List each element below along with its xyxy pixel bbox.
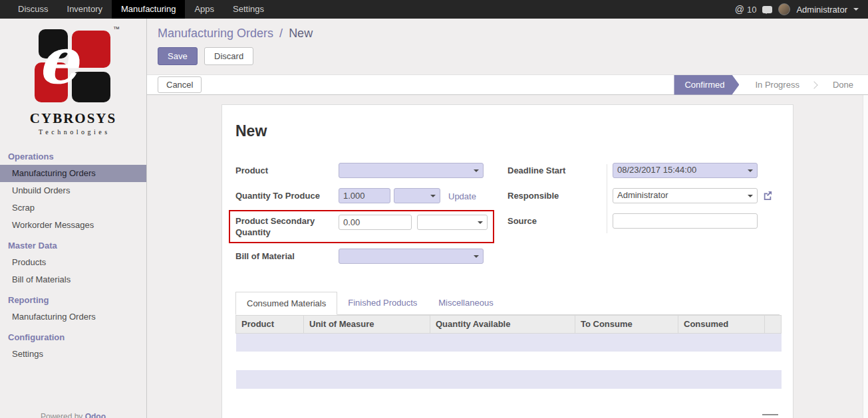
field-responsible-row: Responsible Administrator (507, 188, 780, 203)
save-button[interactable]: Save (158, 47, 198, 65)
mention-count: 10 (747, 5, 756, 15)
form-column-right: Deadline Start 08/23/2017 15:44:00 Respo… (507, 163, 780, 274)
avatar (778, 3, 790, 15)
chevron-down-icon (853, 8, 859, 13)
statusbar: Cancel Confirmed In Progress Done (147, 74, 868, 95)
responsible-dropdown[interactable]: Administrator (613, 188, 758, 203)
source-input[interactable] (613, 213, 758, 229)
sidebar-section-master-data: Master Data (0, 234, 146, 254)
uom-dropdown[interactable] (394, 188, 440, 203)
form-fields: Product Quantity To Produce Update Produ… (235, 163, 780, 274)
external-link-icon[interactable] (763, 191, 772, 203)
column-header-unit-of-measure[interactable]: Unit of Measure (304, 315, 430, 333)
record-title: New (235, 122, 780, 140)
app-menu: Discuss Inventory Manufacturing Apps Set… (0, 0, 273, 19)
field-product-row: Product (235, 163, 507, 178)
powered-by: Powered by Odoo (0, 412, 146, 418)
secondary-uom-dropdown[interactable] (417, 215, 488, 230)
breadcrumb-parent[interactable]: Manufacturing Orders (158, 27, 273, 40)
secondary-quantity-highlight: Product Secondary Quantity (229, 210, 494, 243)
deadline-dropdown[interactable]: 08/23/2017 15:44:00 (613, 163, 758, 178)
quantity-input[interactable] (339, 188, 390, 203)
sidebar-item-workorder-messages[interactable]: Workorder Messages (0, 217, 146, 234)
field-bom-row: Bill of Material (235, 249, 507, 264)
company-logo-mark: e ™ (35, 29, 112, 105)
status-step-in-progress[interactable]: In Progress (746, 75, 808, 95)
table-row (236, 352, 782, 370)
odoo-link[interactable]: Odoo (85, 412, 106, 418)
column-header-consumed[interactable]: Consumed (678, 315, 765, 333)
field-deadline-row: Deadline Start 08/23/2017 15:44:00 (507, 163, 780, 178)
responsible-label: Responsible (507, 188, 613, 202)
brand-tagline: T e c h n o l o g i e s (0, 128, 146, 136)
menu-apps[interactable]: Apps (185, 0, 223, 19)
menu-manufacturing[interactable]: Manufacturing (112, 0, 185, 19)
topbar-right: @ 10 Administrator (735, 0, 868, 19)
status-step-done[interactable]: Done (823, 75, 868, 95)
table-footer-line (762, 414, 778, 415)
scrollbar[interactable] (863, 95, 868, 418)
breadcrumb: Manufacturing Orders / New (158, 27, 868, 41)
product-dropdown[interactable] (339, 163, 484, 178)
cancel-button[interactable]: Cancel (158, 76, 202, 93)
sidebar-item-unbuild-orders[interactable]: Unbuild Orders (0, 182, 146, 199)
table-row (236, 333, 782, 352)
tab-miscellaneous[interactable]: Miscellaneous (428, 292, 504, 315)
logo-e-glyph: e (37, 21, 78, 101)
sidebar-item-settings[interactable]: Settings (0, 346, 146, 363)
tab-finished-products[interactable]: Finished Products (337, 292, 428, 315)
sidebar-section-reporting: Reporting (0, 288, 146, 308)
quantity-label: Quantity To Produce (235, 188, 339, 202)
field-quantity-row: Quantity To Produce Update (235, 188, 507, 205)
bom-dropdown[interactable] (339, 249, 484, 264)
menu-inventory[interactable]: Inventory (58, 0, 112, 19)
sidebar-item-manufacturing-orders[interactable]: Manufacturing Orders (0, 165, 146, 182)
top-navbar: Discuss Inventory Manufacturing Apps Set… (0, 0, 868, 19)
at-icon: @ (735, 4, 744, 15)
sidebar-section-configuration: Configuration (0, 326, 146, 346)
control-panel: Manufacturing Orders / New Save Discard (147, 19, 868, 74)
table-row (236, 389, 782, 407)
notebook-tabs: Consumed Materials Finished Products Mis… (235, 291, 780, 315)
deadline-label: Deadline Start (507, 163, 613, 177)
secondary-quantity-input[interactable] (339, 215, 412, 230)
bom-label: Bill of Material (235, 249, 339, 262)
main-area: Manufacturing Orders / New Save Discard … (147, 19, 868, 418)
brand-name: CYBROSYS (0, 110, 146, 127)
powered-by-text: Powered by (41, 412, 82, 418)
sidebar-item-bill-of-materials[interactable]: Bill of Materials (0, 271, 146, 288)
form-view: New Product Quantity To Produce Update (147, 95, 868, 418)
chat-icon[interactable] (762, 6, 772, 13)
discard-button[interactable]: Discard (204, 47, 253, 65)
status-steps: Confirmed In Progress Done (674, 75, 868, 94)
company-logo: e ™ CYBROSYS T e c h n o l o g i e s (0, 19, 146, 136)
form-column-left: Product Quantity To Produce Update Produ… (235, 163, 507, 274)
sidebar-item-products[interactable]: Products (0, 254, 146, 271)
product-label: Product (235, 163, 339, 177)
status-step-confirmed[interactable]: Confirmed (674, 75, 739, 95)
sidebar-item-scrap[interactable]: Scrap (0, 199, 146, 217)
form-buttons: Save Discard (158, 47, 868, 65)
trademark-symbol: ™ (113, 25, 120, 33)
form-sheet: New Product Quantity To Produce Update (221, 104, 794, 418)
field-source-row: Source (507, 213, 780, 229)
update-link[interactable]: Update (448, 188, 476, 205)
tab-consumed-materials[interactable]: Consumed Materials (235, 292, 337, 315)
column-header-actions (765, 315, 782, 333)
menu-settings[interactable]: Settings (223, 0, 273, 19)
secondary-quantity-label: Product Secondary Quantity (235, 215, 339, 239)
sidebar-section-operations: Operations (0, 145, 146, 165)
column-header-quantity-available[interactable]: Quantity Available (430, 315, 575, 333)
secondary-menu: Operations Manufacturing Orders Unbuild … (0, 145, 146, 363)
column-header-to-consume[interactable]: To Consume (575, 315, 678, 333)
table-header-row: Product Unit of Measure Quantity Availab… (236, 315, 782, 333)
sidebar: e ™ CYBROSYS T e c h n o l o g i e s Ope… (0, 19, 147, 418)
user-menu[interactable]: Administrator (796, 5, 847, 15)
column-header-product[interactable]: Product (236, 315, 304, 333)
menu-discuss[interactable]: Discuss (9, 0, 58, 19)
breadcrumb-separator: / (279, 27, 283, 40)
table-row (236, 370, 782, 389)
sidebar-item-reporting-manufacturing-orders[interactable]: Manufacturing Orders (0, 308, 146, 326)
consumed-materials-table: Product Unit of Measure Quantity Availab… (235, 315, 782, 408)
mention-counter[interactable]: @ 10 (735, 4, 757, 15)
